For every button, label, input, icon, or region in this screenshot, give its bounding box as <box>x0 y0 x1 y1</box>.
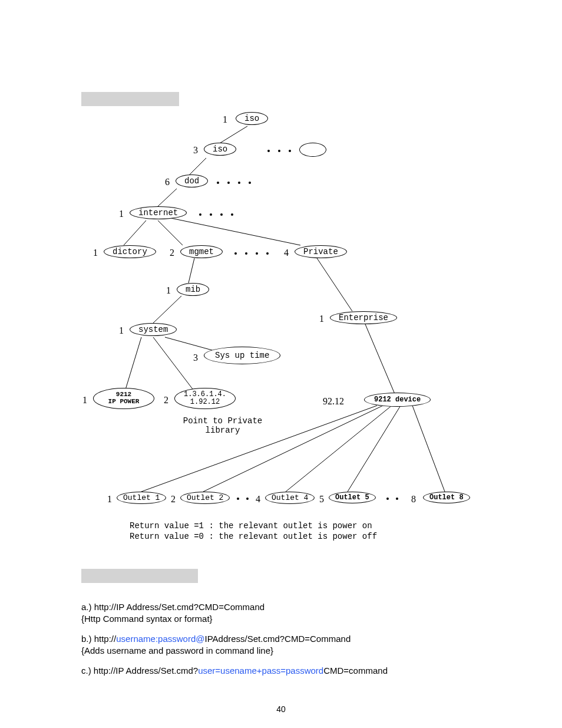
node-system: system <box>130 323 177 336</box>
num-outlet-4: 4 <box>256 494 260 505</box>
num-1-iso: 1 <box>223 114 227 125</box>
ellipsis-dot <box>249 182 251 184</box>
svg-line-12 <box>365 324 395 394</box>
device-id-label: 92.12 <box>323 396 344 407</box>
svg-line-2 <box>158 189 177 206</box>
svg-line-6 <box>189 258 194 283</box>
node-outlet-1: Outlet 1 <box>117 492 166 504</box>
legend-return-1: Return value =1 : the relevant outlet is… <box>130 521 372 531</box>
num-1-internet: 1 <box>119 209 124 219</box>
num-6: 6 <box>165 177 170 187</box>
mib-tree-diagram: 1 iso 3 iso 6 dod 1 internet 1 dictory 2… <box>82 112 507 558</box>
node-mib: mib <box>177 283 209 296</box>
num-outlet-8: 8 <box>411 494 416 505</box>
node-mgmet: mgmet <box>180 245 223 258</box>
section-header-1 <box>81 92 179 106</box>
ellipsis-dot <box>386 498 389 500</box>
ellipsis-dot <box>237 498 239 500</box>
node-blank <box>299 143 326 157</box>
http-example-c: c.) http://IP Address/Set.cmd?user=usena… <box>81 665 388 677</box>
svg-line-8 <box>153 296 181 323</box>
ellipsis-dot <box>234 252 237 255</box>
ellipsis-dot <box>238 182 240 184</box>
svg-line-5 <box>171 218 300 245</box>
svg-line-9 <box>165 337 212 350</box>
ellipsis-dot <box>256 252 258 255</box>
node-outlet-5: Outlet 5 <box>329 492 376 503</box>
svg-line-10 <box>125 337 141 391</box>
num-2-oid: 2 <box>164 395 168 406</box>
ellipsis-dot <box>245 252 247 255</box>
node-dod: dod <box>176 174 208 187</box>
svg-line-1 <box>189 158 206 176</box>
node-sys-up-time: Sys up time <box>204 347 280 364</box>
section-header-2 <box>81 569 198 583</box>
svg-line-4 <box>158 220 183 245</box>
ellipsis-dot <box>278 150 280 152</box>
node-outlet-4: Outlet 4 <box>265 492 315 504</box>
node-dictory: dictory <box>104 245 156 258</box>
node-outlet-8: Outlet 8 <box>423 492 470 503</box>
node-iso-2: iso <box>204 143 236 156</box>
document-page: 1 iso 3 iso 6 dod 1 internet 1 dictory 2… <box>0 0 562 728</box>
num-3: 3 <box>193 145 198 156</box>
ellipsis-dot <box>210 213 212 216</box>
http-example-b: b.) http://username:password@IPAddress/S… <box>81 633 351 657</box>
point-to-private-label: Point to Private library <box>176 416 270 435</box>
num-1-system: 1 <box>119 325 124 336</box>
ellipsis-dot <box>289 150 291 152</box>
svg-line-15 <box>286 406 392 492</box>
node-ip-power: 9212 IP POWER <box>93 388 154 409</box>
num-outlet-1: 1 <box>107 494 112 505</box>
node-9212-device: 9212 device <box>364 393 431 407</box>
ellipsis-dot <box>217 182 219 184</box>
num-3-sysuptime: 3 <box>193 353 198 363</box>
node-enterprise: Enterprise <box>330 311 397 324</box>
legend-return-0: Return value =0 : the relevant outlet is… <box>130 532 377 541</box>
node-iso-1: iso <box>236 112 268 125</box>
http-example-a: a.) http://IP Address/Set.cmd?CMD=Comman… <box>81 601 265 625</box>
node-outlet-2: Outlet 2 <box>180 492 230 504</box>
num-1-enterprise: 1 <box>319 314 324 324</box>
node-private: Private <box>295 245 347 258</box>
num-outlet-5: 5 <box>319 494 324 505</box>
ellipsis-dot <box>267 150 270 152</box>
num-4-private: 4 <box>284 248 289 258</box>
node-internet: internet <box>130 206 187 219</box>
svg-line-3 <box>124 220 146 245</box>
num-1-mib: 1 <box>166 285 171 296</box>
ellipsis-dot <box>266 252 269 255</box>
node-oid: 1.3.6.1.4. 1.92.12 <box>174 388 236 409</box>
num-1-dictory: 1 <box>93 248 98 258</box>
ellipsis-dot <box>231 213 233 216</box>
ellipsis-dot <box>227 182 230 184</box>
page-number: 40 <box>0 704 562 714</box>
svg-line-7 <box>317 258 352 311</box>
ellipsis-dot <box>220 213 223 216</box>
ellipsis-dot <box>246 498 249 500</box>
ellipsis-dot <box>396 498 398 500</box>
svg-line-11 <box>153 337 194 391</box>
num-2-mgmet: 2 <box>170 248 174 258</box>
num-outlet-2: 2 <box>171 494 176 505</box>
svg-line-17 <box>412 406 445 492</box>
ellipsis-dot <box>199 213 201 216</box>
num-1-ippower: 1 <box>82 395 87 406</box>
